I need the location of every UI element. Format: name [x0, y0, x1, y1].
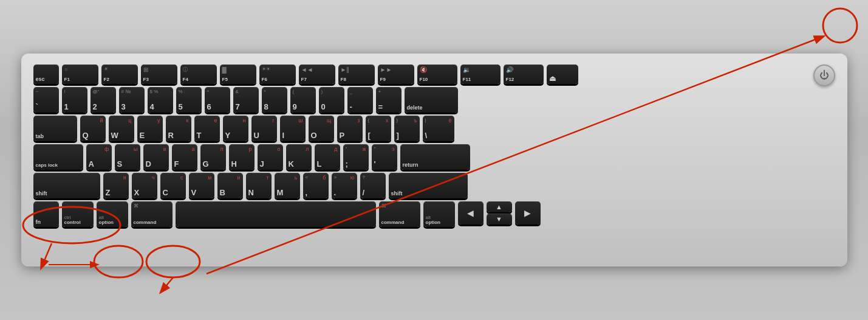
fn-key-row: esc ☼ F1 ☀ F2 ⊞ F3 ⓘ F4 ▓ F5 — [33, 64, 835, 84]
key-option-right[interactable]: alt option — [423, 201, 455, 227]
key-g[interactable]: п G — [200, 144, 226, 170]
number-key-row: ~ ` ! 1 @" 2 # № 3 $ % 4 % : 5 — [33, 87, 835, 113]
key-5[interactable]: % : 5 — [176, 87, 202, 113]
key-z[interactable]: я Z — [103, 173, 129, 198]
key-f9[interactable]: ►► F9 — [378, 64, 414, 84]
key-shift-right[interactable]: shift — [389, 173, 468, 198]
keyboard-background: esc ☼ F1 ☀ F2 ⊞ F3 ⓘ F4 ▓ F5 — [0, 0, 868, 320]
key-f11[interactable]: 🔉 F11 — [460, 64, 501, 84]
key-comma[interactable]: < , б — [303, 173, 329, 198]
key-0[interactable]: ) 0 — [319, 87, 344, 113]
key-f[interactable]: а F — [172, 144, 197, 170]
key-command-right[interactable]: ⌘ command — [379, 201, 420, 227]
key-s[interactable]: ы S — [115, 144, 140, 170]
key-up-arrow[interactable]: ▲ — [487, 201, 512, 212]
key-p[interactable]: з P — [337, 116, 363, 141]
key-2[interactable]: @" 2 — [91, 87, 116, 113]
key-lbracket[interactable]: { [ х — [366, 116, 391, 141]
key-down-arrow[interactable]: ▼ — [487, 214, 512, 224]
key-backslash[interactable]: | \ ё — [423, 116, 454, 141]
key-eject[interactable]: ⏏ — [547, 64, 578, 84]
key-c[interactable]: с C — [160, 173, 186, 198]
key-7[interactable]: & 7 — [233, 87, 259, 113]
key-e[interactable]: у E — [137, 116, 163, 141]
key-space[interactable] — [176, 201, 376, 227]
key-equals[interactable]: + = — [376, 87, 402, 113]
key-u[interactable]: г U — [251, 116, 277, 141]
key-f4[interactable]: ⓘ F4 — [180, 64, 217, 84]
home-key-row: caps lock ф A ы S в D а F п G — [33, 144, 835, 170]
key-n[interactable]: т N — [246, 173, 272, 198]
key-return[interactable]: return — [400, 144, 470, 170]
svg-line-5 — [161, 277, 173, 292]
key-1[interactable]: ! 1 — [62, 87, 87, 113]
key-k[interactable]: л K — [286, 144, 312, 170]
key-period[interactable]: > . ю — [332, 173, 357, 198]
key-w[interactable]: ц W — [109, 116, 134, 141]
shift-key-row: shift я Z ч X с C м V и B т — [33, 173, 835, 198]
power-button[interactable] — [813, 64, 835, 86]
key-f3[interactable]: ⊞ F3 — [141, 64, 177, 84]
key-y[interactable]: н Y — [223, 116, 248, 141]
key-h[interactable]: р H — [229, 144, 255, 170]
key-f7[interactable]: ◄◄ F7 — [299, 64, 335, 84]
qwerty-key-row: tab й Q ц W у E к R е T н — [33, 116, 835, 141]
key-v[interactable]: м V — [189, 173, 214, 198]
key-f10[interactable]: 🔇 F10 — [417, 64, 457, 84]
key-t[interactable]: е T — [194, 116, 220, 141]
key-3[interactable]: # № 3 — [119, 87, 145, 113]
key-option-left[interactable]: alt option — [97, 201, 128, 227]
key-delete[interactable]: delete — [405, 87, 458, 113]
key-left-arrow[interactable]: ◀ — [458, 201, 484, 224]
svg-point-0 — [823, 9, 857, 43]
key-rbracket[interactable]: } ] ъ — [394, 116, 420, 141]
key-f8[interactable]: ►‖ F8 — [338, 64, 375, 84]
key-control[interactable]: ctrl control — [62, 201, 94, 227]
key-command-left[interactable]: ⌘ command — [131, 201, 173, 227]
key-6[interactable]: ^ 6 — [205, 87, 230, 113]
key-slash[interactable]: ? / — [360, 173, 386, 198]
key-right-arrow[interactable]: ▶ — [515, 201, 541, 224]
key-f2[interactable]: ☀ F2 — [101, 64, 138, 84]
key-esc[interactable]: esc — [33, 64, 59, 84]
key-9[interactable]: ( 9 — [290, 87, 316, 113]
key-a[interactable]: ф A — [86, 144, 112, 170]
key-b[interactable]: и B — [217, 173, 243, 198]
key-f6[interactable]: ☀☀ F6 — [259, 64, 296, 84]
key-fn[interactable]: fn — [33, 201, 59, 227]
key-j[interactable]: о J — [258, 144, 283, 170]
key-o[interactable]: щ O — [309, 116, 334, 141]
key-x[interactable]: ч X — [132, 173, 157, 198]
key-f12[interactable]: 🔊 F12 — [504, 64, 544, 84]
key-m[interactable]: ь M — [275, 173, 300, 198]
key-d[interactable]: в D — [143, 144, 169, 170]
key-tab[interactable]: tab — [33, 116, 77, 141]
key-i[interactable]: ш I — [280, 116, 306, 141]
key-q[interactable]: й Q — [80, 116, 106, 141]
bottom-key-row: fn ctrl control alt option ⌘ command ⌘ c… — [33, 201, 835, 227]
key-minus[interactable]: _ - — [347, 87, 373, 113]
key-4[interactable]: $ % 4 — [148, 87, 173, 113]
key-f1[interactable]: ☼ F1 — [62, 64, 98, 84]
key-capslock[interactable]: caps lock — [33, 144, 83, 170]
key-shift-left[interactable]: shift — [33, 173, 100, 198]
key-tilde[interactable]: ~ ` — [33, 87, 59, 113]
keyboard-body: esc ☼ F1 ☀ F2 ⊞ F3 ⓘ F4 ▓ F5 — [21, 54, 847, 266]
key-8[interactable]: * 8 — [262, 87, 287, 113]
key-semicolon[interactable]: " ; ж — [343, 144, 369, 170]
key-f5[interactable]: ▓ F5 — [220, 64, 256, 84]
key-r[interactable]: к R — [166, 116, 191, 141]
key-l[interactable]: д L — [315, 144, 340, 170]
key-quote[interactable]: " ' э — [372, 144, 397, 170]
